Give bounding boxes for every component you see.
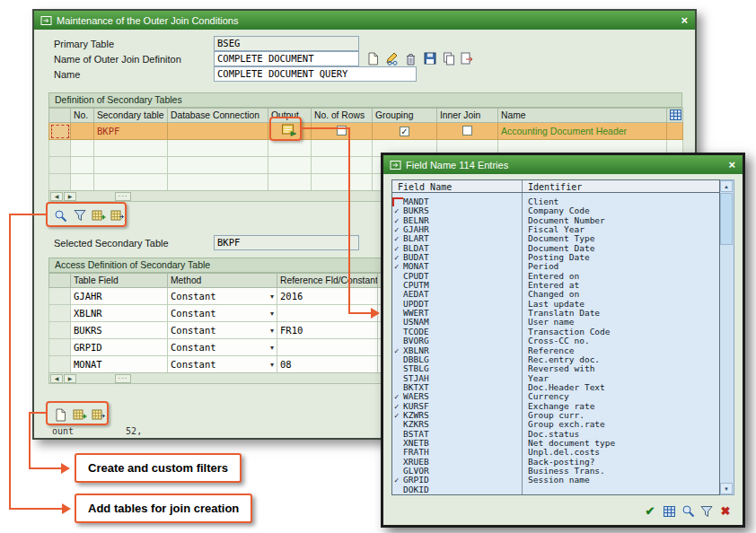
no-of-rows-cell[interactable] [312,123,373,140]
table-field-cell[interactable]: MONAT [71,356,168,373]
row-selector[interactable] [49,174,71,191]
dropdown-arrow-icon[interactable]: ▾ [268,361,274,369]
check-placeholder[interactable] [392,281,403,290]
grouping-checkbox[interactable]: ✓ [400,127,409,136]
col-field-name[interactable]: Field Name [392,180,522,192]
row-selector[interactable] [49,157,71,174]
check-mark-icon[interactable]: ✓ [392,253,403,262]
field-list-scrollbar[interactable]: ▲ ▼ [720,179,734,495]
scroll-left-icon[interactable]: ◀ [50,192,63,201]
field-list-row[interactable]: ✓GRPIDSession name [392,476,719,485]
copy-list-button[interactable] [661,503,677,519]
check-placeholder[interactable] [392,309,403,318]
table-field-cell[interactable]: GRPID [71,339,168,356]
method-cell[interactable]: Constant▾ [168,339,277,356]
database-connection-cell[interactable] [168,123,268,140]
col-no[interactable]: No. [71,109,94,123]
confirm-button[interactable]: ✔ [642,503,658,519]
cancel-button[interactable]: ✖ [717,503,734,519]
copy-button[interactable] [440,50,457,66]
table-field-cell[interactable]: GJAHR [71,288,168,305]
dropdown-arrow-icon[interactable]: ▾ [268,293,274,301]
check-placeholder[interactable] [392,448,403,457]
dropdown-arrow-icon[interactable]: ▾ [268,310,274,318]
create-button[interactable] [365,50,382,66]
find-button[interactable] [680,503,696,519]
method-cell[interactable]: Constant▾ [168,322,277,339]
col-identifier[interactable]: Identifier [522,180,719,192]
check-placeholder[interactable] [392,439,403,448]
scroll-up-icon[interactable]: ▲ [720,180,733,192]
col-table-field[interactable]: Table Field [71,274,168,288]
row-selector[interactable] [49,322,71,339]
scroll-left-icon[interactable]: ◀ [50,374,63,383]
method-cell[interactable]: Constant▾ [168,356,277,373]
filter-button[interactable] [699,503,715,519]
check-placeholder[interactable] [392,458,403,467]
col-inner-join[interactable]: Inner Join [437,109,498,123]
check-placeholder[interactable] [392,300,403,309]
dropdown-arrow-icon[interactable]: ▾ [268,327,274,335]
check-mark-icon[interactable]: ✓ [392,244,403,253]
check-placeholder[interactable] [392,467,403,476]
check-mark-icon[interactable]: ✓ [392,346,403,355]
col-no-of-rows[interactable]: No. of Rows [312,109,373,123]
join-definition-input[interactable]: COMPLETE DOCUMENT [214,51,359,66]
secondary-table-cell[interactable]: BKPF [94,123,168,140]
row-selector[interactable] [49,288,71,305]
selector-header[interactable] [49,109,71,123]
table-field-cell[interactable]: BUKRS [71,322,168,339]
check-mark-icon[interactable]: ✓ [392,476,403,485]
check-placeholder[interactable] [392,485,403,494]
scroll-handle[interactable]: ··· [115,374,131,383]
grouping-cell[interactable]: ✓ [373,123,437,140]
row-selector[interactable] [49,305,71,322]
scroll-handle[interactable]: ··· [115,192,131,201]
check-mark-icon[interactable]: ✓ [392,234,403,243]
check-placeholder[interactable] [392,430,403,439]
check-placeholder[interactable] [392,374,403,383]
no-cell[interactable] [71,123,94,140]
check-mark-icon[interactable]: ✓ [392,216,403,225]
reference-cell[interactable]: 08 [277,356,378,373]
primary-table-input[interactable]: BSEG [214,36,359,51]
col-grouping[interactable]: Grouping [373,109,437,123]
scroll-right-icon[interactable]: ▶ [64,192,76,201]
col-name[interactable]: Name [498,109,667,123]
method-cell[interactable]: Constant▾ [168,305,277,322]
check-mark-icon[interactable]: ✓ [392,392,403,401]
name-input[interactable]: COMPLETE DOCUMENT QUERY [214,66,417,82]
check-placeholder[interactable] [392,420,403,429]
inner-join-checkbox[interactable] [462,126,472,135]
check-placeholder[interactable] [392,355,403,364]
check-placeholder[interactable] [392,364,403,373]
close-icon[interactable]: × [679,14,690,26]
reference-cell[interactable] [277,339,378,356]
scroll-right-icon[interactable]: ▶ [64,374,76,383]
col-secondary-table[interactable]: Secondary table [94,109,168,123]
row-selector[interactable] [49,140,71,157]
check-placeholder[interactable] [392,336,403,345]
scrollbar-thumb[interactable] [720,193,733,245]
selector-header[interactable] [49,274,71,288]
table-field-cell[interactable]: XBLNR [71,305,168,322]
inner-join-cell[interactable] [437,123,498,140]
row-selector[interactable] [49,123,71,140]
grid-config-button[interactable] [667,109,683,123]
check-mark-icon[interactable]: ✓ [392,411,403,420]
check-mark-icon[interactable]: ✓ [392,206,403,215]
check-mark-icon[interactable]: ✓ [392,402,403,411]
check-placeholder[interactable] [392,197,403,206]
field-list-row[interactable]: BVORGCross-CC no. [392,336,719,345]
secondary-table-row-bkpf[interactable]: BKPF ✓ Accounting Document Header [49,123,683,140]
check-mark-icon[interactable]: ✓ [392,262,403,271]
delete-button[interactable] [402,50,419,66]
close-icon[interactable]: × [726,159,737,170]
row-selector[interactable] [49,356,71,373]
row-selector[interactable] [49,339,71,356]
col-reference[interactable]: Reference Fld/Constant [277,274,378,288]
check-placeholder[interactable] [392,318,403,327]
check-mark-icon[interactable]: ✓ [392,225,403,234]
col-method[interactable]: Method [168,274,277,288]
dropdown-arrow-icon[interactable]: ▾ [268,344,274,352]
